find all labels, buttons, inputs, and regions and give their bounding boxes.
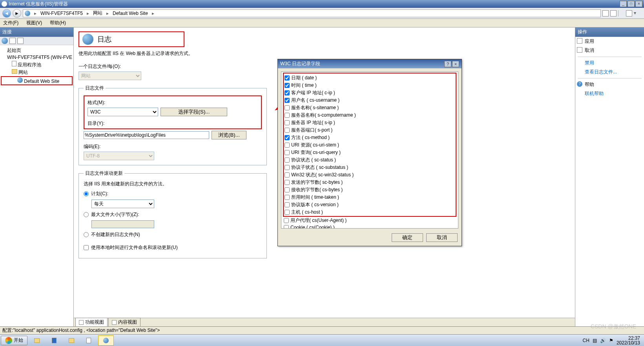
schedule-radio[interactable] [84, 191, 89, 196]
field-checkbox[interactable] [285, 202, 290, 207]
field-item[interactable]: 时间 ( time ) [285, 82, 455, 89]
field-item[interactable]: 用户名 ( cs-username ) [285, 97, 455, 104]
menu-file[interactable]: 文件(F) [3, 20, 18, 26]
field-item[interactable]: 协议版本 ( cs-version ) [285, 201, 455, 209]
format-select[interactable]: W3C [88, 108, 158, 116]
tree-start-page[interactable]: 起始页 [1, 47, 73, 54]
localtime-checkbox[interactable] [84, 245, 89, 250]
save-icon[interactable] [9, 38, 16, 44]
field-checkbox[interactable] [285, 120, 290, 125]
taskbar-item-4[interactable] [81, 335, 97, 346]
field-item[interactable]: 接收的字节数( cs-bytes ) [285, 186, 455, 194]
refresh-tree-icon[interactable] [17, 38, 24, 44]
breadcrumb-server[interactable]: WIN-FVEF7SF4TF5 [40, 11, 83, 16]
tree-default-site[interactable]: Default Web Site [1, 76, 73, 85]
field-item[interactable]: 协议子状态 ( sc-substatus ) [285, 164, 455, 171]
action-cancel[interactable]: 取消 [575, 46, 644, 55]
maximize-button[interactable]: □ [628, 1, 635, 7]
field-item[interactable]: 日期 ( date ) [285, 74, 455, 82]
tray-icon-3[interactable]: ⚑ [609, 338, 613, 343]
taskbar-item-3[interactable] [64, 335, 79, 346]
content-view-tab[interactable]: 内容视图 [108, 318, 140, 326]
field-checkbox[interactable] [285, 157, 290, 163]
menu-help[interactable]: 帮助(H) [50, 20, 66, 26]
field-checkbox[interactable] [285, 187, 290, 192]
field-item[interactable]: 服务器名称( s-computername ) [285, 112, 455, 119]
dialog-titlebar[interactable]: W3C 日志记录字段 ? × [278, 59, 462, 68]
connect-icon[interactable] [2, 38, 8, 44]
field-checkbox[interactable] [285, 150, 290, 155]
field-checkbox[interactable] [285, 98, 290, 103]
field-checkbox[interactable] [284, 225, 289, 229]
field-item[interactable]: 方法 ( cs-method ) [285, 134, 455, 141]
field-item[interactable]: 服务器 IP 地址( s-ip ) [285, 119, 455, 126]
field-checkbox[interactable] [285, 165, 290, 170]
taskbar-item-iis[interactable] [98, 335, 114, 346]
field-item[interactable]: URI 资源( cs-uri-stem ) [285, 141, 455, 149]
features-view-tab[interactable]: 功能视图 [75, 318, 108, 326]
tray-icon-1[interactable]: ▤ [593, 338, 597, 343]
action-view-logs[interactable]: 查看日志文件... [575, 68, 644, 77]
maxsize-radio[interactable] [84, 212, 89, 217]
minimize-button[interactable]: _ [620, 1, 627, 7]
field-item[interactable]: URI 查询( cs-uri-query ) [285, 149, 455, 156]
action-help[interactable]: ?帮助 [575, 80, 644, 89]
breadcrumb-site[interactable]: Default Web Site [113, 11, 148, 16]
field-checkbox[interactable] [285, 128, 290, 133]
browse-button[interactable]: 浏览(B)... [212, 131, 246, 139]
start-button[interactable]: 开始 [1, 336, 27, 345]
field-item[interactable]: Win32 状态( sc-win32-status ) [285, 171, 455, 179]
field-checkbox[interactable] [285, 83, 290, 88]
stop-icon[interactable] [610, 10, 617, 16]
tree-sites[interactable]: 网站 [1, 69, 73, 76]
field-checkbox[interactable] [285, 195, 290, 200]
field-checkbox[interactable] [285, 105, 290, 110]
taskbar-item-1[interactable] [29, 335, 45, 346]
field-checkbox[interactable] [285, 172, 290, 178]
breadcrumb-sites[interactable]: 网站 [93, 10, 102, 16]
forward-button[interactable]: ► [13, 9, 21, 18]
tray-icon-2[interactable]: 🔊 [600, 338, 606, 343]
tree-server[interactable]: WIN-FVEF7SF4TF5 (WIN-FVEF7SF4TF5\Adminis… [1, 54, 73, 60]
schedule-select[interactable]: 每天 [91, 200, 154, 208]
field-checkbox[interactable] [285, 90, 290, 95]
field-item[interactable]: Cookie ( cs(Cookie) ) [284, 224, 456, 229]
tree-app-pools[interactable]: 应用程序池 [1, 60, 73, 69]
menu-view[interactable]: 视图(V) [26, 20, 42, 26]
field-item[interactable]: 服务器端口( s-port ) [285, 126, 455, 134]
close-button[interactable]: × [635, 1, 642, 7]
field-label: 协议版本 ( cs-version ) [291, 201, 339, 208]
field-item[interactable]: 协议状态 ( sc-status ) [285, 156, 455, 164]
breadcrumb[interactable]: WIN-FVEF7SF4TF5 网站 Default Web Site [23, 9, 601, 17]
field-item[interactable]: 所用时间 ( time-taken ) [285, 194, 455, 201]
field-item[interactable]: 发送的字节数( sc-bytes ) [285, 179, 455, 186]
directory-input[interactable] [84, 131, 209, 139]
field-checkbox[interactable] [285, 113, 290, 118]
home-icon[interactable] [626, 10, 632, 16]
dialog-help-button[interactable]: ? [444, 61, 451, 67]
clock-time[interactable]: 22:37 [617, 336, 640, 341]
action-disable[interactable]: 禁用 [575, 59, 644, 68]
action-apply[interactable]: 应用 [575, 37, 644, 46]
dialog-ok-button[interactable]: 确定 [392, 233, 423, 242]
field-checkbox[interactable] [285, 143, 290, 148]
field-item[interactable]: 用户代理( cs(User-Agent) ) [284, 217, 456, 224]
field-item[interactable]: 客户端 IP 地址( c-ip ) [285, 89, 455, 97]
dialog-cancel-button[interactable]: 取消 [426, 233, 458, 242]
field-checkbox[interactable] [285, 180, 290, 185]
refresh-icon[interactable] [602, 10, 609, 16]
field-checkbox[interactable] [285, 135, 290, 140]
field-checkbox[interactable] [284, 218, 289, 223]
nonew-radio[interactable] [84, 232, 89, 237]
select-fields-button[interactable]: 选择字段(S)... [161, 108, 227, 116]
language-indicator[interactable]: CH [583, 338, 589, 343]
dialog-close-button[interactable]: × [452, 61, 459, 67]
back-button[interactable]: ◄ [2, 9, 11, 18]
field-item[interactable]: 服务名称( s-sitename ) [285, 104, 455, 112]
field-item[interactable]: 主机 ( cs-host ) [285, 209, 455, 216]
field-checkbox[interactable] [285, 75, 290, 81]
dropdown-icon[interactable]: ▾ [634, 10, 640, 16]
taskbar-item-2[interactable] [46, 335, 62, 346]
field-checkbox[interactable] [285, 210, 290, 215]
action-online-help[interactable]: 联机帮助 [575, 89, 644, 98]
